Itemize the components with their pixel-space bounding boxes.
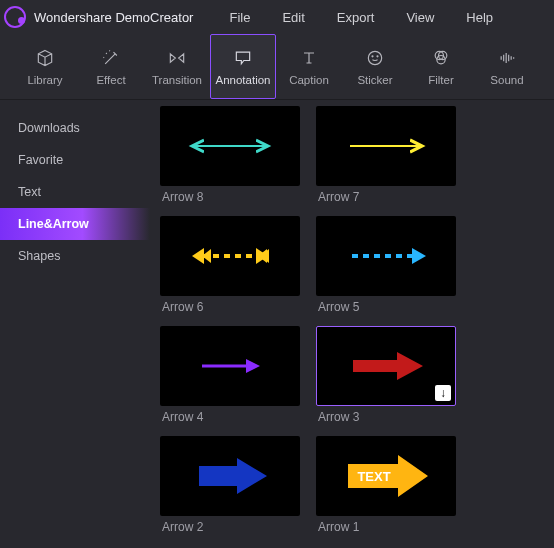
thumb-arrow-3[interactable]: ↓ xyxy=(316,326,456,406)
annotation-icon xyxy=(233,48,253,68)
gallery-item[interactable]: Arrow 6 xyxy=(160,216,300,322)
tool-label: Library xyxy=(27,74,62,86)
sidebar-item-text[interactable]: Text xyxy=(0,176,150,208)
svg-marker-14 xyxy=(246,359,260,373)
gallery-caption: Arrow 2 xyxy=(160,516,300,542)
gallery-caption: Arrow 6 xyxy=(160,296,300,322)
sound-icon xyxy=(497,48,517,68)
menu-file[interactable]: File xyxy=(215,6,264,29)
tool-sticker[interactable]: Sticker xyxy=(342,34,408,99)
dashed-double-arrow-icon xyxy=(180,241,280,271)
double-thin-arrow-icon xyxy=(180,131,280,161)
thumb-arrow-2[interactable] xyxy=(160,436,300,516)
gallery-item[interactable]: TEXT Arrow 1 xyxy=(316,436,456,542)
tool-annotation[interactable]: Annotation xyxy=(210,34,276,99)
gallery-caption: Arrow 1 xyxy=(316,516,456,542)
sidebar-item-favorite[interactable]: Favorite xyxy=(0,144,150,176)
thumb-arrow-5[interactable] xyxy=(316,216,456,296)
app-logo-group: Wondershare DemoCreator xyxy=(4,6,193,28)
menu-view[interactable]: View xyxy=(392,6,448,29)
tool-caption[interactable]: Caption xyxy=(276,34,342,99)
gallery-caption: Arrow 8 xyxy=(160,186,300,212)
gallery-item[interactable]: Arrow 4 xyxy=(160,326,300,432)
gallery-item[interactable]: Arrow 8 xyxy=(160,106,300,212)
thumb-arrow-1[interactable]: TEXT xyxy=(316,436,456,516)
block-arrow-icon xyxy=(341,346,431,386)
gallery-item[interactable]: ↓ Arrow 3 xyxy=(316,326,456,432)
main-area: Downloads Favorite Text Line&Arrow Shape… xyxy=(0,100,554,548)
thumb-arrow-4[interactable] xyxy=(160,326,300,406)
svg-marker-16 xyxy=(199,458,267,494)
gallery-item[interactable]: Arrow 7 xyxy=(316,106,456,212)
tool-label: Transition xyxy=(152,74,202,86)
tool-label: Sticker xyxy=(357,74,392,86)
sidebar: Downloads Favorite Text Line&Arrow Shape… xyxy=(0,100,150,548)
tool-label: Filter xyxy=(428,74,454,86)
menubar: Wondershare DemoCreator File Edit Export… xyxy=(0,0,554,34)
tool-transition[interactable]: Transition xyxy=(144,34,210,99)
filter-icon xyxy=(431,48,451,68)
wand-icon xyxy=(101,48,121,68)
svg-point-1 xyxy=(372,55,373,56)
tool-label: Annotation xyxy=(216,74,271,86)
single-thin-arrow-icon xyxy=(190,351,270,381)
tool-library[interactable]: Library xyxy=(12,34,78,99)
block-arrow-text-icon: TEXT xyxy=(338,452,434,500)
toolbar: Library Effect Transition Annotation Cap… xyxy=(0,34,554,100)
single-thin-arrow-icon xyxy=(336,131,436,161)
svg-marker-12 xyxy=(412,248,426,264)
svg-point-0 xyxy=(368,51,381,64)
svg-point-2 xyxy=(377,55,378,56)
dashed-single-arrow-icon xyxy=(336,241,436,271)
svg-text:TEXT: TEXT xyxy=(357,469,390,484)
gallery-caption: Arrow 4 xyxy=(160,406,300,432)
app-title: Wondershare DemoCreator xyxy=(34,10,193,25)
download-icon[interactable]: ↓ xyxy=(435,385,451,401)
gallery-caption: Arrow 3 xyxy=(316,406,456,432)
sidebar-item-shapes[interactable]: Shapes xyxy=(0,240,150,272)
gallery-item[interactable]: Arrow 2 xyxy=(160,436,300,542)
svg-marker-15 xyxy=(353,352,423,380)
app-logo-icon xyxy=(4,6,26,28)
transition-icon xyxy=(167,48,187,68)
menu-help[interactable]: Help xyxy=(452,6,507,29)
thumb-arrow-7[interactable] xyxy=(316,106,456,186)
svg-marker-9 xyxy=(192,248,204,264)
gallery: Arrow 8 Arrow 7 Arrow 6 xyxy=(150,100,554,548)
tool-sound[interactable]: Sound xyxy=(474,34,540,99)
sidebar-item-downloads[interactable]: Downloads xyxy=(0,112,150,144)
menu-edit[interactable]: Edit xyxy=(268,6,318,29)
tool-label: Caption xyxy=(289,74,329,86)
tool-effect[interactable]: Effect xyxy=(78,34,144,99)
caption-icon xyxy=(299,48,319,68)
cube-icon xyxy=(35,48,55,68)
thumb-arrow-6[interactable] xyxy=(160,216,300,296)
menu-export[interactable]: Export xyxy=(323,6,389,29)
thumb-arrow-8[interactable] xyxy=(160,106,300,186)
block-arrow-icon xyxy=(185,454,275,498)
gallery-caption: Arrow 5 xyxy=(316,296,456,322)
sidebar-item-line-arrow[interactable]: Line&Arrow xyxy=(0,208,150,240)
gallery-item[interactable]: Arrow 5 xyxy=(316,216,456,322)
tool-label: Effect xyxy=(96,74,125,86)
gallery-caption: Arrow 7 xyxy=(316,186,456,212)
tool-filter[interactable]: Filter xyxy=(408,34,474,99)
sticker-icon xyxy=(365,48,385,68)
tool-label: Sound xyxy=(490,74,523,86)
